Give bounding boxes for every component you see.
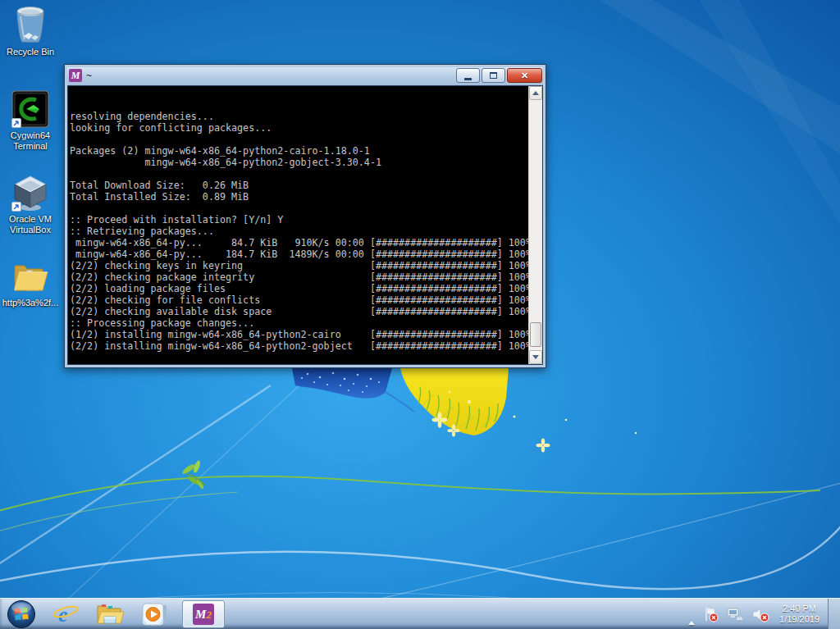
- taskbar: e: [0, 598, 840, 629]
- network-status-icon[interactable]: [726, 606, 744, 622]
- close-icon: ✕: [521, 71, 528, 81]
- shortcut-arrow-icon: [11, 202, 21, 212]
- shortcut-arrow-icon: [11, 118, 21, 128]
- maximize-icon: [490, 72, 497, 79]
- show-desktop-button[interactable]: [828, 599, 840, 629]
- msys2-terminal-window: M ~ ✕ resolving dependencies...looking f…: [64, 64, 546, 368]
- desktop-icon-label: Recycle Bin: [7, 47, 54, 57]
- maximize-button[interactable]: [482, 68, 505, 83]
- clock-date: 1/19/2019: [779, 614, 819, 625]
- media-player-icon: [141, 602, 167, 627]
- terminal-content[interactable]: resolving dependencies...looking for con…: [68, 86, 528, 364]
- desktop-icon-label: http%3a%2f...: [2, 298, 59, 308]
- window-titlebar[interactable]: M ~ ✕: [67, 67, 543, 85]
- close-button[interactable]: ✕: [507, 68, 542, 83]
- taskbar-msys2-button[interactable]: M2: [182, 600, 225, 628]
- msys2-window-icon: M: [69, 69, 82, 82]
- terminal-output: resolving dependencies...looking for con…: [70, 111, 528, 363]
- clock-time: 2:40 PM: [779, 604, 819, 614]
- taskbar-clock[interactable]: 2:40 PM 1/19/2019: [776, 604, 828, 625]
- action-center-flag-icon[interactable]: [702, 606, 719, 622]
- scroll-down-button[interactable]: [529, 350, 542, 364]
- taskbar-windows-explorer-button[interactable]: [94, 601, 126, 627]
- scroll-up-button[interactable]: [529, 86, 542, 100]
- taskbar-media-player-button[interactable]: [138, 601, 171, 627]
- msys2-icon: M2: [193, 604, 214, 625]
- window-title: ~: [86, 70, 456, 81]
- svg-text:e: e: [58, 603, 68, 627]
- desktop-icon-oracle-virtualbox[interactable]: Oracle VMVirtualBox: [1, 174, 60, 235]
- taskbar-internet-explorer-button[interactable]: e: [49, 601, 82, 627]
- minimize-icon: [464, 78, 472, 80]
- windows-explorer-icon: [96, 602, 124, 627]
- chevron-up-icon: [688, 607, 695, 625]
- desktop-icon-http-folder[interactable]: http%3a%2f...: [1, 259, 60, 308]
- desktop-icon-recycle-bin[interactable]: Recycle Bin: [1, 5, 60, 57]
- vertical-scrollbar[interactable]: [528, 86, 542, 364]
- arrow-down-icon: [532, 355, 539, 359]
- desktop: Recycle Bin Cygwin64Terminal: [0, 0, 840, 629]
- desktop-icon-label: Cygwin64Terminal: [11, 130, 50, 152]
- windows-start-icon: [7, 599, 36, 629]
- show-hidden-icons-button[interactable]: [688, 607, 695, 622]
- start-button[interactable]: [5, 599, 38, 629]
- internet-explorer-icon: e: [52, 602, 79, 627]
- desktop-icon-cygwin64-terminal[interactable]: Cygwin64Terminal: [1, 90, 60, 152]
- desktop-icon-label: Oracle VMVirtualBox: [9, 214, 52, 235]
- folder-icon: [11, 259, 49, 295]
- volume-muted-icon[interactable]: [751, 606, 769, 622]
- scrollbar-thumb[interactable]: [530, 322, 541, 347]
- minimize-button[interactable]: [456, 68, 480, 83]
- system-tray: 2:40 PM 1/19/2019: [682, 599, 840, 629]
- recycle-bin-icon: [13, 5, 48, 44]
- arrow-up-icon: [532, 91, 539, 95]
